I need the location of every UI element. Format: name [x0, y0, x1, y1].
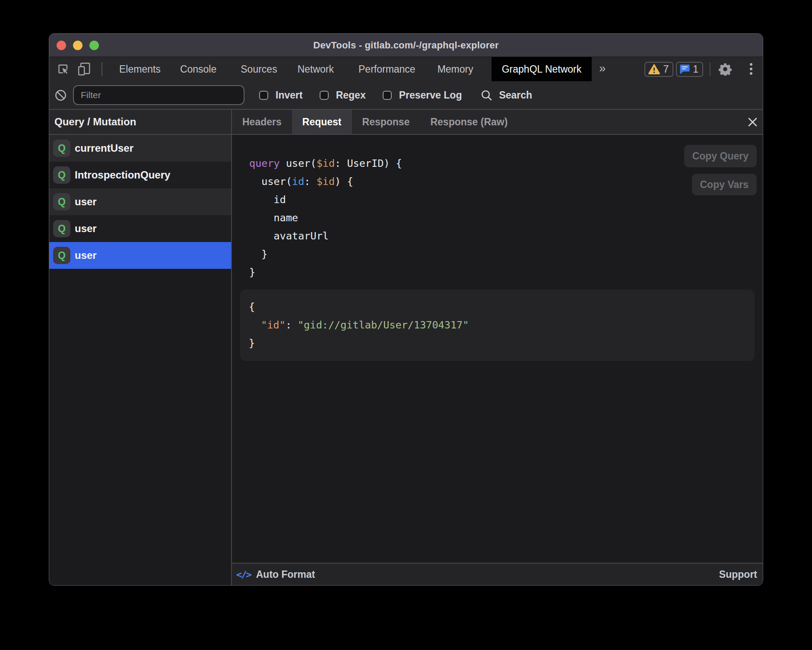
filter-options: InvertRegexPreserve Log [259, 89, 462, 101]
settings-icon[interactable] [717, 57, 733, 81]
search-icon [481, 89, 492, 101]
code-line: } [249, 263, 763, 281]
query-sidebar: Query / Mutation QcurrentUserQIntrospect… [49, 110, 232, 585]
message-icon [680, 64, 690, 74]
query-name: user [75, 249, 97, 261]
search-label: Search [499, 89, 532, 101]
code-line: { [249, 298, 755, 316]
filter-toolbar: InvertRegexPreserve Log Search [49, 81, 763, 110]
query-type-badge: Q [53, 193, 70, 210]
sidebar-header: Query / Mutation [49, 110, 231, 135]
warnings-badge[interactable]: 7 [644, 62, 673, 77]
checkbox-group-regex[interactable]: Regex [320, 89, 366, 101]
query-name: user [75, 196, 97, 208]
query-type-badge: Q [53, 140, 70, 157]
query-name: user [75, 223, 97, 235]
query-list-item[interactable]: Quser [49, 188, 231, 215]
toggle-device-toolbar-icon[interactable] [76, 57, 93, 81]
code-line: id [249, 191, 763, 209]
panel-tab-network[interactable]: Network [289, 57, 343, 81]
devtools-panel-tabs: ElementsConsoleSourcesNetworkPerformance… [110, 57, 592, 81]
panel-tab-sources[interactable]: Sources [232, 57, 286, 81]
warning-icon [648, 64, 660, 74]
detail-tab-request[interactable]: Request [292, 110, 352, 134]
panel-tab-memory[interactable]: Memory [428, 57, 482, 81]
status-bar: </> Auto Format Support [232, 563, 763, 585]
code-line: } [249, 334, 755, 352]
close-detail-icon[interactable] [743, 110, 762, 134]
detail-tab-response-raw[interactable]: Response (Raw) [420, 110, 518, 134]
warning-count: 7 [663, 64, 669, 75]
detail-tab-response[interactable]: Response [352, 110, 420, 134]
checkbox-label: Invert [276, 89, 303, 101]
checkbox-regex[interactable] [320, 91, 329, 100]
checkbox-label: Preserve Log [399, 89, 462, 101]
detail-tabs: HeadersRequestResponseResponse (Raw) [232, 110, 763, 135]
copy-vars-button[interactable]: Copy Vars [692, 174, 757, 195]
checkbox-group-preserve-log[interactable]: Preserve Log [383, 89, 462, 101]
toolbar-divider-2 [710, 63, 710, 76]
query-list-item[interactable]: Quser [49, 242, 231, 269]
search-group[interactable]: Search [481, 89, 532, 101]
message-count: 1 [693, 64, 698, 75]
query-name: IntrospectionQuery [75, 169, 170, 181]
query-type-badge: Q [53, 166, 70, 184]
toolbar-divider [102, 62, 102, 76]
code-line: user(id: $id) { [249, 172, 763, 191]
query-list-item[interactable]: QcurrentUser [49, 135, 231, 162]
query-name: currentUser [75, 142, 133, 154]
panels: Query / Mutation QcurrentUserQIntrospect… [49, 110, 763, 585]
query-type-badge: Q [53, 247, 70, 264]
code-line: "id": "gid://gitlab/User/13704317" [249, 316, 755, 334]
panel-tab-graphql-network[interactable]: GraphQL Network [492, 57, 592, 81]
inspect-element-icon[interactable] [56, 57, 70, 81]
query-list-item[interactable]: Quser [49, 215, 231, 242]
query-list: QcurrentUserQIntrospectionQueryQuserQuse… [49, 135, 231, 269]
graphql-query-code: query user($id: UserID) { user(id: $id) … [232, 135, 763, 281]
clear-icon[interactable] [55, 89, 67, 101]
panel-tab-elements[interactable]: Elements [110, 57, 170, 81]
detail-pane: HeadersRequestResponseResponse (Raw) que… [232, 110, 763, 585]
devtools-window: DevTools - gitlab.com/-/graphql-explorer… [49, 33, 763, 586]
code-line: } [249, 245, 763, 263]
checkbox-invert[interactable] [259, 91, 268, 100]
copy-query-button[interactable]: Copy Query [684, 145, 757, 167]
query-list-item[interactable]: QIntrospectionQuery [49, 162, 231, 188]
main-toolbar: ElementsConsoleSourcesNetworkPerformance… [49, 57, 763, 81]
checkbox-preserve-log[interactable] [383, 91, 392, 100]
panel-tab-performance[interactable]: Performance [349, 57, 425, 81]
code-icon: </> [236, 569, 251, 580]
detail-tab-headers[interactable]: Headers [232, 110, 292, 134]
query-variables-box: { "id": "gid://gitlab/User/13704317"} [240, 290, 755, 361]
window-title: DevTools - gitlab.com/-/graphql-explorer [49, 40, 763, 51]
support-link[interactable]: Support [719, 569, 757, 580]
titlebar: DevTools - gitlab.com/-/graphql-explorer [49, 34, 763, 57]
filter-input[interactable] [73, 85, 244, 105]
panel-tab-console[interactable]: Console [171, 57, 225, 81]
checkbox-label: Regex [336, 89, 366, 101]
messages-badge[interactable]: 1 [676, 62, 703, 77]
code-line: avatarUrl [249, 227, 763, 245]
detail-tab-strip: HeadersRequestResponseResponse (Raw) [232, 110, 518, 134]
query-type-badge: Q [53, 220, 70, 237]
more-panels-icon[interactable]: » [592, 62, 612, 77]
auto-format-button[interactable]: Auto Format [256, 569, 315, 580]
menu-icon[interactable] [745, 57, 758, 81]
checkbox-group-invert[interactable]: Invert [259, 89, 303, 101]
code-line: name [249, 209, 763, 227]
request-body: query user($id: UserID) { user(id: $id) … [232, 135, 763, 563]
